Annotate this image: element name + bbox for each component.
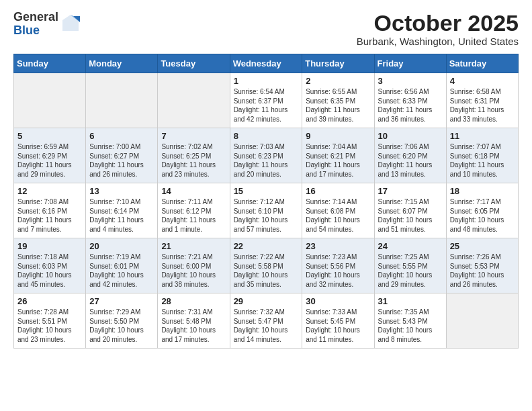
day-number: 3 <box>378 76 443 86</box>
day-info: Sunrise: 7:32 AMSunset: 5:47 PMDaylight:… <box>234 308 299 344</box>
title-block: October 2025 Burbank, Washington, United… <box>357 11 519 47</box>
day-number: 15 <box>234 186 299 196</box>
day-cell: 4Sunrise: 6:58 AMSunset: 6:31 PMDaylight… <box>446 73 518 128</box>
week-row-2: 5Sunrise: 6:59 AMSunset: 6:29 PMDaylight… <box>14 128 519 183</box>
day-info: Sunrise: 7:21 AMSunset: 6:00 PMDaylight:… <box>161 253 226 289</box>
day-number: 18 <box>450 186 515 196</box>
day-number: 13 <box>89 186 154 196</box>
day-number: 24 <box>378 241 443 251</box>
day-info: Sunrise: 7:23 AMSunset: 5:56 PMDaylight:… <box>306 253 370 289</box>
week-row-3: 12Sunrise: 7:08 AMSunset: 6:16 PMDayligh… <box>14 183 519 238</box>
header-saturday: Saturday <box>446 54 518 73</box>
week-row-5: 26Sunrise: 7:28 AMSunset: 5:51 PMDayligh… <box>14 293 519 349</box>
day-number: 6 <box>89 131 154 141</box>
day-info: Sunrise: 6:56 AMSunset: 6:33 PMDaylight:… <box>378 87 443 124</box>
day-number: 12 <box>17 186 82 196</box>
day-cell <box>14 73 86 128</box>
day-info: Sunrise: 7:15 AMSunset: 6:07 PMDaylight:… <box>378 197 443 234</box>
day-cell: 13Sunrise: 7:10 AMSunset: 6:14 PMDayligh… <box>86 183 158 238</box>
day-cell: 12Sunrise: 7:08 AMSunset: 6:16 PMDayligh… <box>14 183 86 238</box>
day-number: 26 <box>17 296 82 306</box>
day-cell: 19Sunrise: 7:18 AMSunset: 6:03 PMDayligh… <box>14 238 86 293</box>
day-cell: 6Sunrise: 7:00 AMSunset: 6:27 PMDaylight… <box>86 128 158 183</box>
day-number: 1 <box>234 76 299 86</box>
day-info: Sunrise: 7:00 AMSunset: 6:27 PMDaylight:… <box>89 142 154 179</box>
day-number: 2 <box>306 76 370 86</box>
header-friday: Friday <box>374 54 446 73</box>
logo-general: General <box>13 11 58 24</box>
logo-icon <box>61 13 80 32</box>
day-info: Sunrise: 7:10 AMSunset: 6:14 PMDaylight:… <box>89 197 154 234</box>
day-cell <box>86 73 158 128</box>
day-number: 28 <box>161 296 226 306</box>
day-cell: 28Sunrise: 7:31 AMSunset: 5:48 PMDayligh… <box>158 293 230 349</box>
header: General Blue October 2025 Burbank, Washi… <box>13 11 519 47</box>
week-row-4: 19Sunrise: 7:18 AMSunset: 6:03 PMDayligh… <box>14 238 519 293</box>
header-thursday: Thursday <box>302 54 374 73</box>
day-info: Sunrise: 7:28 AMSunset: 5:51 PMDaylight:… <box>17 308 82 344</box>
day-number: 22 <box>234 241 299 251</box>
day-info: Sunrise: 6:55 AMSunset: 6:35 PMDaylight:… <box>306 87 370 124</box>
day-number: 19 <box>17 241 82 251</box>
day-cell <box>158 73 230 128</box>
location: Burbank, Washington, United States <box>357 36 519 47</box>
weekday-header-row: Sunday Monday Tuesday Wednesday Thursday… <box>14 54 519 73</box>
day-info: Sunrise: 7:17 AMSunset: 6:05 PMDaylight:… <box>450 197 515 234</box>
day-cell: 21Sunrise: 7:21 AMSunset: 6:00 PMDayligh… <box>158 238 230 293</box>
day-cell: 1Sunrise: 6:54 AMSunset: 6:37 PMDaylight… <box>230 73 302 128</box>
day-info: Sunrise: 7:07 AMSunset: 6:18 PMDaylight:… <box>450 142 515 179</box>
day-cell: 24Sunrise: 7:25 AMSunset: 5:55 PMDayligh… <box>374 238 446 293</box>
day-number: 8 <box>234 131 299 141</box>
day-cell: 5Sunrise: 6:59 AMSunset: 6:29 PMDaylight… <box>14 128 86 183</box>
logo-text: General Blue <box>13 11 58 38</box>
day-info: Sunrise: 7:04 AMSunset: 6:21 PMDaylight:… <box>306 142 370 179</box>
day-cell: 18Sunrise: 7:17 AMSunset: 6:05 PMDayligh… <box>446 183 518 238</box>
day-cell: 14Sunrise: 7:11 AMSunset: 6:12 PMDayligh… <box>158 183 230 238</box>
day-cell: 7Sunrise: 7:02 AMSunset: 6:25 PMDaylight… <box>158 128 230 183</box>
day-info: Sunrise: 7:22 AMSunset: 5:58 PMDaylight:… <box>234 253 299 289</box>
day-cell: 22Sunrise: 7:22 AMSunset: 5:58 PMDayligh… <box>230 238 302 293</box>
day-info: Sunrise: 6:59 AMSunset: 6:29 PMDaylight:… <box>17 142 82 179</box>
day-info: Sunrise: 7:29 AMSunset: 5:50 PMDaylight:… <box>89 308 154 344</box>
header-monday: Monday <box>86 54 158 73</box>
day-number: 11 <box>450 131 515 141</box>
header-tuesday: Tuesday <box>158 54 230 73</box>
month-title: October 2025 <box>357 11 519 36</box>
day-number: 17 <box>378 186 443 196</box>
week-row-1: 1Sunrise: 6:54 AMSunset: 6:37 PMDaylight… <box>14 73 519 128</box>
day-number: 25 <box>450 241 515 251</box>
day-cell: 10Sunrise: 7:06 AMSunset: 6:20 PMDayligh… <box>374 128 446 183</box>
day-info: Sunrise: 7:31 AMSunset: 5:48 PMDaylight:… <box>161 308 226 344</box>
day-cell: 27Sunrise: 7:29 AMSunset: 5:50 PMDayligh… <box>86 293 158 349</box>
day-cell: 16Sunrise: 7:14 AMSunset: 6:08 PMDayligh… <box>302 183 374 238</box>
day-info: Sunrise: 7:11 AMSunset: 6:12 PMDaylight:… <box>161 197 226 234</box>
day-cell: 23Sunrise: 7:23 AMSunset: 5:56 PMDayligh… <box>302 238 374 293</box>
day-number: 4 <box>450 76 515 86</box>
day-info: Sunrise: 7:12 AMSunset: 6:10 PMDaylight:… <box>234 197 299 234</box>
day-info: Sunrise: 7:18 AMSunset: 6:03 PMDaylight:… <box>17 253 82 289</box>
day-cell: 30Sunrise: 7:33 AMSunset: 5:45 PMDayligh… <box>302 293 374 349</box>
page: General Blue October 2025 Burbank, Washi… <box>0 0 532 359</box>
day-number: 27 <box>89 296 154 306</box>
day-number: 20 <box>89 241 154 251</box>
day-cell: 25Sunrise: 7:26 AMSunset: 5:53 PMDayligh… <box>446 238 518 293</box>
day-info: Sunrise: 6:54 AMSunset: 6:37 PMDaylight:… <box>234 87 299 124</box>
day-cell: 15Sunrise: 7:12 AMSunset: 6:10 PMDayligh… <box>230 183 302 238</box>
logo-blue: Blue <box>13 24 58 38</box>
day-info: Sunrise: 7:06 AMSunset: 6:20 PMDaylight:… <box>378 142 443 179</box>
day-number: 7 <box>161 131 226 141</box>
logo: General Blue <box>13 11 80 38</box>
header-sunday: Sunday <box>14 54 86 73</box>
day-cell <box>446 293 518 349</box>
day-number: 10 <box>378 131 443 141</box>
day-cell: 20Sunrise: 7:19 AMSunset: 6:01 PMDayligh… <box>86 238 158 293</box>
day-info: Sunrise: 6:58 AMSunset: 6:31 PMDaylight:… <box>450 87 515 124</box>
day-info: Sunrise: 7:19 AMSunset: 6:01 PMDaylight:… <box>89 253 154 289</box>
calendar: Sunday Monday Tuesday Wednesday Thursday… <box>13 54 519 349</box>
day-number: 30 <box>306 296 370 306</box>
day-info: Sunrise: 7:26 AMSunset: 5:53 PMDaylight:… <box>450 253 515 289</box>
day-info: Sunrise: 7:33 AMSunset: 5:45 PMDaylight:… <box>306 308 370 344</box>
day-number: 21 <box>161 241 226 251</box>
day-number: 14 <box>161 186 226 196</box>
day-cell: 2Sunrise: 6:55 AMSunset: 6:35 PMDaylight… <box>302 73 374 128</box>
